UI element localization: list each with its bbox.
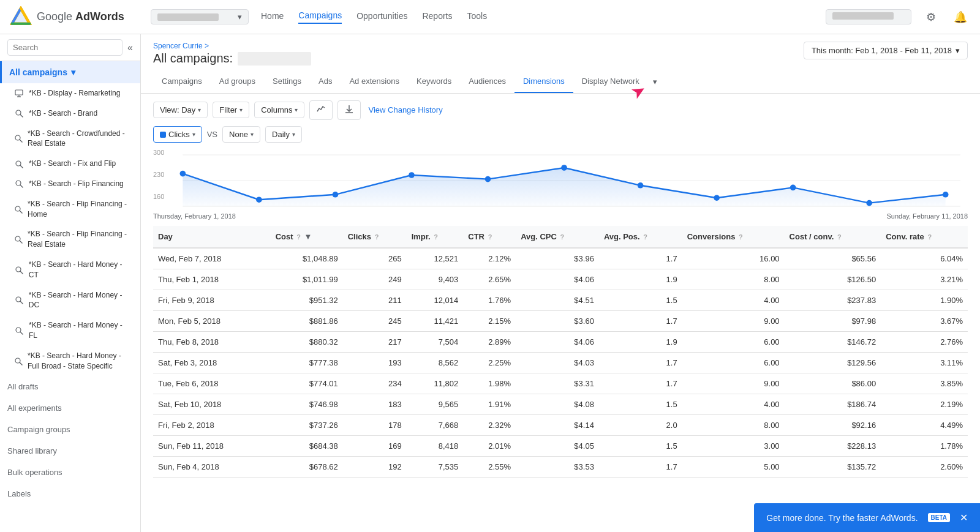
list-item[interactable]: *KB - Search - Fix and Flip: [0, 154, 140, 174]
list-item[interactable]: *KB - Search - Flip Financing: [0, 174, 140, 194]
sidebar-bulk-operations[interactable]: Bulk operations: [0, 462, 140, 483]
cell-avg-pos: 1.9: [599, 269, 682, 290]
list-item[interactable]: *KB - Search - Flip Financing - Home: [0, 194, 140, 225]
col-cost[interactable]: Cost ? ▼: [271, 226, 343, 248]
svg-point-43: [790, 185, 796, 191]
logo-area: Google AdWords: [10, 6, 151, 28]
list-item[interactable]: *KB - Search - Hard Money - DC: [0, 285, 140, 316]
tab-campaigns[interactable]: Campaigns: [153, 70, 211, 93]
col-impr[interactable]: Impr. ?: [407, 226, 464, 248]
chart-y-160: 160: [153, 193, 164, 200]
chart-toggle-button[interactable]: [309, 100, 333, 120]
svg-line-24: [20, 301, 23, 304]
col-clicks[interactable]: Clicks ?: [343, 226, 407, 248]
nav-opportunities[interactable]: Opportunities: [356, 11, 407, 23]
cell-cost-conv: $86.00: [785, 373, 881, 394]
tab-audiences[interactable]: Audiences: [460, 70, 514, 93]
cell-avg-cpc: $3.31: [516, 373, 599, 394]
beta-badge: BETA: [928, 513, 950, 522]
nav-campaigns[interactable]: Campaigns: [298, 10, 342, 24]
columns-button[interactable]: Columns ▾: [254, 102, 304, 118]
list-item[interactable]: *KB - Search - Crowdfunded - Real Estate: [0, 124, 140, 154]
col-day[interactable]: Day: [153, 226, 271, 248]
tab-keywords[interactable]: Keywords: [408, 70, 460, 93]
search-input[interactable]: [7, 39, 123, 56]
page-title-text: All campaigns:: [153, 51, 233, 66]
list-item[interactable]: *KB - Search - Brand: [0, 103, 140, 124]
download-button[interactable]: [337, 100, 361, 120]
table-row: Sat, Feb 3, 2018 $777.38 193 8,562 2.25%…: [153, 353, 968, 373]
list-item[interactable]: *KB - Search - Hard Money - FL: [0, 315, 140, 346]
none-metric-button[interactable]: None ▾: [222, 126, 260, 143]
sidebar-all-drafts[interactable]: All drafts: [0, 376, 140, 397]
tab-settings[interactable]: Settings: [264, 70, 310, 93]
table-row: Sat, Feb 10, 2018 $746.98 183 9,565 1.91…: [153, 394, 968, 415]
beta-close-button[interactable]: ✕: [960, 512, 968, 523]
cell-clicks: 211: [343, 290, 407, 311]
sidebar-shared-library[interactable]: Shared library: [0, 440, 140, 462]
list-item[interactable]: *KB - Display - Remarketing: [0, 83, 140, 103]
cell-impr: 7,535: [407, 457, 464, 478]
nav-home[interactable]: Home: [261, 11, 284, 23]
nav-tools[interactable]: Tools: [467, 11, 488, 23]
daily-button[interactable]: Daily ▾: [265, 126, 302, 143]
account-selector[interactable]: ▾: [151, 9, 249, 24]
cell-day: Fri, Feb 2, 2018: [153, 415, 271, 436]
date-range-button[interactable]: This month: Feb 1, 2018 - Feb 11, 2018 ▾: [804, 42, 968, 59]
cell-avg-pos: 1.5: [599, 394, 682, 415]
sidebar-collapse-icon[interactable]: «: [127, 42, 133, 53]
col-avg-pos[interactable]: Avg. Pos. ?: [599, 226, 682, 248]
tab-dimensions[interactable]: Dimensions: [514, 70, 573, 93]
cell-impr: 7,668: [407, 415, 464, 436]
sidebar-all-campaigns[interactable]: All campaigns ▾: [0, 61, 140, 83]
cell-avg-cpc: $4.05: [516, 436, 599, 457]
settings-icon[interactable]: ⚙: [921, 7, 941, 27]
table-row: Sun, Feb 11, 2018 $684.38 169 8,418 2.01…: [153, 436, 968, 457]
cell-clicks: 183: [343, 394, 407, 415]
cell-avg-pos: 1.7: [599, 373, 682, 394]
notifications-icon[interactable]: 🔔: [951, 7, 970, 27]
cell-clicks: 169: [343, 436, 407, 457]
cell-ctr: 2.15%: [463, 311, 516, 332]
body-wrap: « All campaigns ▾ *KB - Display - Remark…: [0, 34, 980, 532]
chart-date-start: Thursday, February 1, 2018: [153, 212, 236, 220]
cell-cost: $774.01: [271, 373, 343, 394]
main-content: Spencer Currie > All campaigns: This mon…: [141, 34, 980, 532]
filter-button[interactable]: Filter ▾: [213, 102, 249, 118]
cell-cost-conv: $146.72: [785, 332, 881, 353]
cell-day: Sat, Feb 10, 2018: [153, 394, 271, 415]
list-item[interactable]: *KB - Search - Hard Money - Full Broad -…: [0, 346, 140, 377]
sidebar-campaign-groups[interactable]: Campaign groups: [0, 419, 140, 440]
col-cost-conv[interactable]: Cost / conv. ?: [785, 226, 881, 248]
cell-day: Fri, Feb 9, 2018: [153, 290, 271, 311]
col-avg-cpc[interactable]: Avg. CPC ?: [516, 226, 599, 248]
cell-cost-conv: $92.16: [785, 415, 881, 436]
cell-clicks: 193: [343, 353, 407, 373]
table-row: Wed, Feb 7, 2018 $1,048.89 265 12,521 2.…: [153, 248, 968, 269]
nav-reports[interactable]: Reports: [422, 11, 452, 23]
cell-avg-cpc: $3.96: [516, 248, 599, 269]
tab-adgroups[interactable]: Ad groups: [211, 70, 264, 93]
breadcrumb[interactable]: Spencer Currie >: [153, 42, 311, 50]
cell-conversions: 8.00: [682, 415, 785, 436]
svg-point-42: [714, 195, 720, 201]
tab-ads[interactable]: Ads: [310, 70, 341, 93]
clicks-metric-button[interactable]: Clicks ▾: [153, 126, 202, 143]
cell-conv-rate: 6.04%: [881, 248, 968, 269]
chart-area: 300 230 160: [141, 148, 980, 221]
search-campaign-icon: [14, 159, 24, 169]
view-change-history-link[interactable]: View Change History: [368, 105, 442, 114]
display-campaign-icon: [14, 88, 24, 98]
view-day-button[interactable]: View: Day ▾: [153, 102, 208, 118]
col-conversions[interactable]: Conversions ?: [682, 226, 785, 248]
sidebar-labels[interactable]: Labels: [0, 483, 140, 504]
search-campaign-icon: [14, 265, 24, 275]
cell-impr: 12,014: [407, 290, 464, 311]
col-ctr[interactable]: CTR ?: [463, 226, 516, 248]
sidebar-all-experiments[interactable]: All experiments: [0, 397, 140, 419]
col-conv-rate[interactable]: Conv. rate ?: [881, 226, 968, 248]
tab-more-icon[interactable]: ▾: [648, 71, 662, 92]
list-item[interactable]: *KB - Search - Hard Money - CT: [0, 255, 140, 285]
list-item[interactable]: *KB - Search - Flip Financing - Real Est…: [0, 224, 140, 255]
tab-adextensions[interactable]: Ad extensions: [341, 70, 408, 93]
